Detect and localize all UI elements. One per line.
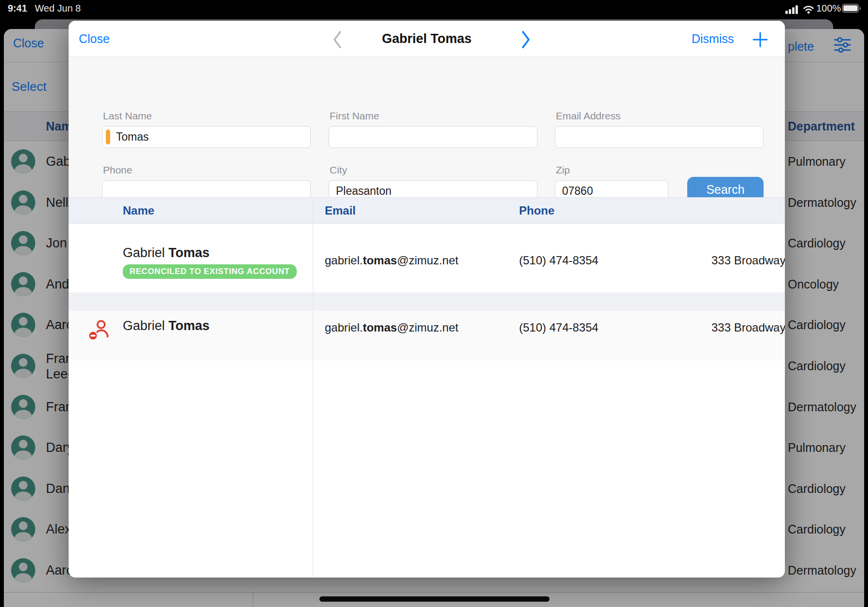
last-name-label: Last Name (103, 110, 152, 122)
email-address-label: Email Address (556, 110, 621, 122)
email-field-wrap (555, 126, 764, 148)
status-time: 9:41 (8, 3, 27, 14)
result-address: 333 Broadway Ave (711, 254, 785, 267)
chevron-left-icon[interactable] (332, 30, 343, 51)
modal-title: Gabriel Tomas (69, 21, 785, 57)
reconciled-badge: RECONCILED TO EXISTING ACCOUNT (123, 264, 297, 279)
result-name: Gabriel Tomas (123, 246, 210, 260)
patient-search-modal: Close Gabriel Tomas Dismiss Last Name Fi… (69, 21, 785, 578)
status-bar: 9:41 Wed Jun 8 100% (0, 0, 868, 19)
add-patient-icon[interactable] (752, 31, 768, 50)
remove-person-icon (88, 319, 110, 342)
last-name-field-wrap (102, 126, 311, 148)
result-email: gabriel.tomas@zimuz.net (325, 254, 458, 267)
result-phone: (510) 474-8354 (519, 321, 598, 334)
dismiss-button[interactable]: Dismiss (692, 21, 734, 57)
battery-percent: 100% (816, 3, 841, 14)
chevron-right-icon[interactable] (521, 30, 531, 51)
text-caret (106, 130, 110, 145)
search-form: Last Name First Name Email Address Phone… (69, 57, 785, 197)
result-address: 333 Broadway Ave (711, 321, 785, 334)
result-row-unreconciled[interactable]: Gabriel Tomas gabriel.tomas@zimuz.net (5… (69, 311, 785, 361)
cellular-signal-icon (785, 5, 799, 16)
zip-label: Zip (556, 164, 570, 176)
first-name-field-wrap (329, 126, 537, 148)
wifi-icon (802, 4, 815, 16)
results-table-header: Name Email Phone (69, 197, 785, 224)
result-phone: (510) 474-8354 (519, 254, 598, 267)
result-email: gabriel.tomas@zimuz.net (325, 321, 458, 334)
email-input[interactable] (555, 127, 763, 147)
first-name-label: First Name (330, 110, 379, 122)
results-email-header: Email (325, 198, 356, 223)
results-phone-header: Phone (519, 198, 554, 223)
status-date: Wed Jun 8 (35, 3, 81, 14)
result-row-reconciled[interactable]: Gabriel Tomas RECONCILED TO EXISTING ACC… (69, 224, 785, 292)
first-name-input[interactable] (329, 127, 537, 147)
modal-header: Close Gabriel Tomas Dismiss (69, 21, 785, 57)
home-indicator[interactable] (319, 596, 550, 602)
phone-label: Phone (103, 164, 132, 176)
last-name-input[interactable] (102, 127, 310, 147)
result-name: Gabriel Tomas (123, 318, 210, 333)
row-separator (69, 292, 785, 311)
battery-icon (842, 4, 861, 15)
results-column-divider (313, 197, 313, 578)
results-name-header: Name (123, 198, 154, 223)
city-label: City (330, 164, 347, 176)
